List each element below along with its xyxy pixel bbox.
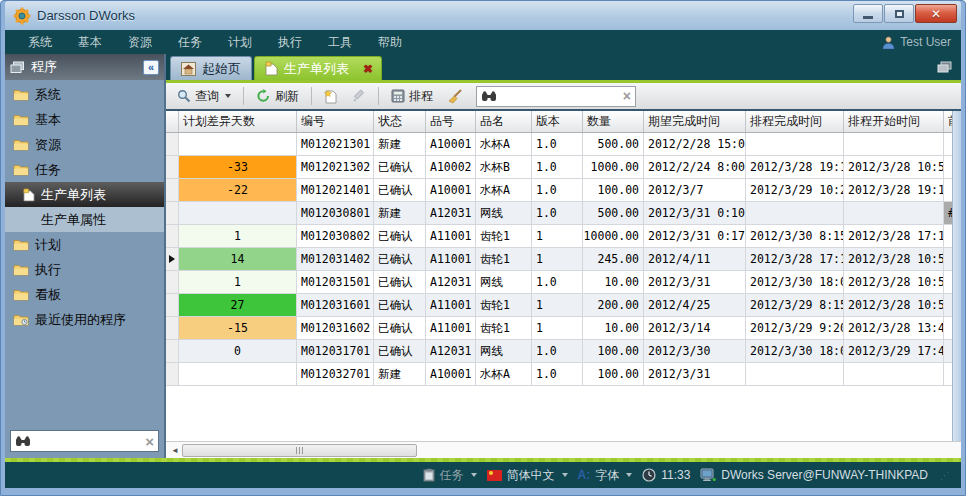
- cell-item_name: 水杯A: [476, 133, 532, 156]
- table-row[interactable]: 1M012030802已确认A11001齿轮1110000.002012/3/3…: [166, 225, 952, 248]
- sidebar-item-5[interactable]: 生产单属性: [5, 207, 164, 232]
- menu-item-4[interactable]: 计划: [215, 30, 265, 54]
- table-row[interactable]: M012021301新建A10001水杯A1.0500.002012/2/28 …: [166, 133, 952, 156]
- table-row[interactable]: 1M012031501已确认A12031网线1.010.002012/3/312…: [166, 271, 952, 294]
- column-header-sched_start[interactable]: 排程开始时间: [844, 111, 944, 132]
- table-row[interactable]: 14M012031402已确认A11001齿轮11245.002012/4/11…: [166, 248, 952, 271]
- cell-sched_end: 2012/3/29 8:15: [746, 294, 844, 317]
- menu-item-0[interactable]: 系统: [15, 30, 65, 54]
- broom-icon: [447, 89, 463, 104]
- window-list-icon[interactable]: [936, 60, 953, 74]
- clean-button[interactable]: [442, 87, 468, 106]
- cell-status: 新建: [374, 363, 426, 386]
- tab-start-page[interactable]: 起始页: [170, 56, 252, 80]
- new-button[interactable]: [319, 87, 343, 106]
- menu-item-1[interactable]: 基本: [65, 30, 115, 54]
- table-row[interactable]: M012030801新建A12031网线1.0500.002012/3/31 0…: [166, 202, 952, 225]
- sidebar-search-input[interactable]: [35, 434, 141, 448]
- statusbar-font-menu[interactable]: A: 字体: [578, 467, 633, 484]
- cell-due: 2012/4/25: [644, 294, 746, 317]
- cell-sched_start: 2012/3/28 10:52: [844, 248, 944, 271]
- row-indicator: [166, 179, 179, 202]
- cell-status: 新建: [374, 202, 426, 225]
- cell-status: 已确认: [374, 248, 426, 271]
- cell-item_name: 网线: [476, 202, 532, 225]
- sidebar-item-4[interactable]: 生产单列表: [5, 182, 164, 207]
- sidebar-item-3[interactable]: 任务: [5, 157, 164, 182]
- close-button[interactable]: ✕: [915, 4, 957, 23]
- column-header-item_no[interactable]: 品号: [426, 111, 476, 132]
- menu-item-6[interactable]: 工具: [315, 30, 365, 54]
- toolbar-search-input[interactable]: [501, 89, 619, 103]
- cell-sched_start: 2012/3/28 19:10: [844, 179, 944, 202]
- statusbar-language-menu[interactable]: 简体中文: [487, 467, 568, 484]
- menu-item-7[interactable]: 帮助: [365, 30, 415, 54]
- tab-close-icon[interactable]: ✖: [363, 62, 373, 76]
- column-header-version[interactable]: 版本: [532, 111, 583, 132]
- sidebar-item-6[interactable]: 计划: [5, 232, 164, 257]
- column-header-diff[interactable]: 计划差异天数: [179, 111, 297, 132]
- cell-qty: 500.00: [583, 202, 644, 225]
- table-row[interactable]: -22M012021401已确认A10001水杯A1.0100.002012/3…: [166, 179, 952, 202]
- menu-item-2[interactable]: 资源: [115, 30, 165, 54]
- column-header-extra[interactable]: 前: [944, 111, 952, 132]
- cell-item_name: 网线: [476, 340, 532, 363]
- binoculars-icon: [481, 91, 497, 102]
- language-dropdown-icon: [562, 473, 568, 477]
- scroll-left-arrow-icon[interactable]: ◄: [168, 444, 182, 457]
- table-row[interactable]: -33M012021302已确认A10002水杯B1.01000.002012/…: [166, 156, 952, 179]
- menu-item-3[interactable]: 任务: [165, 30, 215, 54]
- cell-diff: 1: [179, 225, 297, 248]
- column-header-qty[interactable]: 数量: [583, 111, 644, 132]
- document-icon: [265, 61, 278, 76]
- cell-extra: [944, 271, 952, 294]
- cell-due: 2012/3/7: [644, 179, 746, 202]
- restore-button[interactable]: [884, 4, 914, 23]
- sidebar-item-0[interactable]: 系统: [5, 82, 164, 107]
- cell-sched_start: [844, 363, 944, 386]
- cell-item_no: A11001: [426, 317, 476, 340]
- statusbar-task-menu[interactable]: 任务: [423, 467, 477, 484]
- query-button[interactable]: 查询: [172, 86, 236, 107]
- column-header-due[interactable]: 期望完成时间: [644, 111, 746, 132]
- sidebar-item-label: 资源: [35, 136, 61, 154]
- cell-diff: [179, 202, 297, 225]
- sidebar-item-2[interactable]: 资源: [5, 132, 164, 157]
- vertical-scrollbar[interactable]: [952, 111, 961, 441]
- cell-version: 1.0: [532, 271, 583, 294]
- toolbar-search-clear-icon[interactable]: ×: [623, 88, 631, 104]
- tab-label: 起始页: [202, 60, 241, 78]
- column-header-status[interactable]: 状态: [374, 111, 426, 132]
- menu-item-5[interactable]: 执行: [265, 30, 315, 54]
- table-row[interactable]: 27M012031601已确认A11001齿轮11200.002012/4/25…: [166, 294, 952, 317]
- sidebar-item-label: 生产单属性: [41, 211, 106, 229]
- table-row[interactable]: M012032701新建A10001水杯A1.0100.002012/3/31: [166, 363, 952, 386]
- table-row[interactable]: -15M012031602已确认A11001齿轮1110.002012/3/14…: [166, 317, 952, 340]
- cell-due: 2012/3/31: [644, 271, 746, 294]
- cell-item_no: A10001: [426, 133, 476, 156]
- column-header-sched_end[interactable]: 排程完成时间: [746, 111, 844, 132]
- sidebar-search-clear-icon[interactable]: ×: [145, 433, 154, 450]
- sidebar-item-7[interactable]: 执行: [5, 257, 164, 282]
- table-row[interactable]: 0M012031701已确认A12031网线1.0100.002012/3/30…: [166, 340, 952, 363]
- sidebar-collapse-button[interactable]: «: [143, 60, 159, 75]
- cell-diff: [179, 133, 297, 156]
- horizontal-scrollbar-thumb[interactable]: [182, 444, 417, 457]
- current-user[interactable]: Test User: [882, 35, 951, 49]
- tab-production-order-list[interactable]: 生产单列表 ✖: [254, 56, 382, 80]
- column-header-item_name[interactable]: 品名: [476, 111, 532, 132]
- refresh-button[interactable]: 刷新: [251, 86, 304, 107]
- cell-sched_start: 2012/3/28 10:52: [844, 271, 944, 294]
- sidebar-item-9[interactable]: 最近使用的程序: [5, 307, 164, 332]
- cell-item_name: 齿轮1: [476, 248, 532, 271]
- sidebar-item-1[interactable]: 基本: [5, 107, 164, 132]
- column-header-code[interactable]: 编号: [297, 111, 374, 132]
- resize-grip[interactable]: ⋰: [940, 470, 951, 481]
- sidebar-item-8[interactable]: 看板: [5, 282, 164, 307]
- minimize-button[interactable]: [853, 4, 883, 23]
- clock-icon: [642, 468, 656, 482]
- edit-button[interactable]: [347, 87, 371, 105]
- current-row-indicator: [166, 248, 179, 271]
- query-dropdown-icon[interactable]: [225, 94, 231, 98]
- schedule-button[interactable]: 排程: [386, 86, 438, 107]
